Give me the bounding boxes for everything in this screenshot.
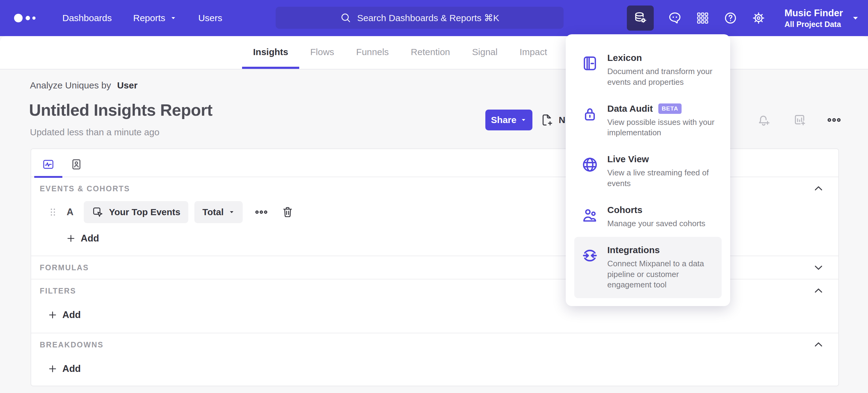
cohorts-people-icon [581, 205, 599, 229]
project-selector[interactable]: Music Finder All Project Data [784, 8, 860, 29]
nav-right-tools: Music Finder All Project Data [627, 0, 860, 36]
nav-item-reports[interactable]: Reports [131, 10, 179, 26]
chevron-down-icon [851, 13, 860, 23]
nav-item-label: Dashboards [62, 13, 112, 23]
add-label: Add [81, 233, 99, 244]
tab-funnels[interactable]: Funnels [345, 36, 400, 69]
chevron-up-icon [813, 183, 824, 194]
search-placeholder: Search Dashboards & Reports ⌘K [357, 12, 499, 23]
chevron-up-icon [813, 285, 824, 297]
row-more-options-icon[interactable] [254, 205, 268, 219]
share-label: Share [491, 115, 516, 125]
settings-gear-icon[interactable] [751, 11, 766, 25]
search-input[interactable]: Search Dashboards & Reports ⌘K [276, 7, 564, 29]
profile-card-icon [70, 158, 83, 171]
feedback-chat-icon[interactable] [668, 11, 682, 25]
tab-insights[interactable]: Insights [242, 36, 299, 69]
menu-item-title: Integrations [607, 245, 660, 255]
row-letter: A [67, 206, 73, 218]
tab-label: Signal [472, 47, 498, 57]
add-filter-button[interactable]: Add [48, 309, 81, 320]
tab-flows[interactable]: Flows [299, 36, 345, 69]
analyze-entity-selector[interactable]: User [117, 80, 137, 91]
cursor-click-icon [92, 206, 104, 218]
menu-item-text: Cohorts Manage your saved cohorts [607, 205, 718, 229]
collapse-section-button[interactable] [813, 339, 824, 350]
page-title[interactable]: Untitled Insights Report [29, 101, 212, 119]
section-label: EVENTS & COHORTS [40, 184, 130, 193]
menu-item-text: Live View View a live streaming feed of … [607, 154, 718, 189]
expand-section-button[interactable] [813, 262, 824, 273]
breakdowns-section: BREAKDOWNS Add [31, 333, 838, 387]
project-text: Music Finder All Project Data [784, 8, 843, 29]
caret-down-icon [169, 15, 177, 22]
menu-item-text: Lexicon Document and transform your even… [607, 53, 718, 87]
alert-bell-plus-icon[interactable] [757, 113, 771, 127]
plus-icon [48, 310, 58, 320]
report-tabs: Insights Flows Funnels Retention Signal … [242, 36, 558, 69]
apps-grid-icon[interactable] [696, 11, 709, 25]
tab-label: Flows [310, 47, 334, 57]
report-tabbar: Insights Flows Funnels Retention Signal … [0, 36, 868, 69]
tab-label: Retention [411, 47, 450, 57]
menu-item-description: Document and transform your events and p… [607, 66, 718, 87]
collapse-section-button[interactable] [813, 285, 824, 297]
menu-item-title: Lexicon [607, 53, 642, 63]
delete-row-icon[interactable] [281, 206, 294, 219]
section-label: BREAKDOWNS [40, 340, 103, 349]
aggregation-value: Total [202, 207, 223, 217]
project-name: Music Finder [784, 8, 843, 19]
data-management-icon[interactable] [627, 5, 654, 31]
document-plus-icon [540, 113, 554, 127]
section-label: FORMULAS [40, 263, 89, 272]
nav-item-dashboards[interactable]: Dashboards [61, 10, 114, 26]
add-breakdown-button[interactable]: Add [48, 363, 81, 374]
tab-label: Insights [253, 47, 288, 57]
menu-item-cohorts[interactable]: Cohorts Manage your saved cohorts [574, 197, 722, 237]
project-data-view: All Project Data [784, 20, 843, 29]
top-nav: Dashboards Reports Users Search Dashboar… [0, 0, 868, 36]
mixpanel-logo-icon[interactable] [13, 11, 43, 25]
tab-label: Funnels [356, 47, 389, 57]
menu-item-live-view[interactable]: Live View View a live streaming feed of … [574, 146, 722, 197]
share-button[interactable]: Share [485, 110, 532, 131]
drag-handle[interactable] [48, 207, 58, 217]
caret-down-icon [228, 209, 235, 215]
collapse-section-button[interactable] [813, 183, 824, 194]
tab-impact[interactable]: Impact [508, 36, 558, 69]
menu-item-text: Data Audit BETA View possible issues wit… [607, 104, 718, 138]
menu-item-description: Connect Mixpanel to a data pipeline or c… [607, 258, 718, 290]
menu-item-title: Cohorts [607, 205, 643, 215]
plus-icon [66, 233, 76, 243]
tab-signal[interactable]: Signal [461, 36, 508, 69]
analyze-label: Analyze Uniques by [30, 80, 111, 91]
integrations-sync-icon [581, 245, 599, 290]
add-to-board-icon[interactable] [793, 113, 807, 127]
chevron-down-icon [813, 262, 824, 273]
events-view-tab[interactable] [38, 155, 58, 174]
add-event-button[interactable]: Add [66, 233, 99, 244]
caret-down-icon [520, 117, 527, 123]
mixpanel-app: Dashboards Reports Users Search Dashboar… [0, 0, 868, 393]
nav-item-label: Reports [133, 13, 165, 23]
add-label: Add [62, 363, 81, 374]
chevron-up-icon [813, 339, 824, 350]
aggregation-selector-chip[interactable]: Total [194, 201, 242, 223]
profiles-view-tab[interactable] [67, 155, 86, 174]
menu-item-data-audit[interactable]: Data Audit BETA View possible issues wit… [574, 95, 722, 146]
nav-item-users[interactable]: Users [196, 10, 224, 26]
data-management-menu: Lexicon Document and transform your even… [566, 34, 730, 306]
menu-item-lexicon[interactable]: Lexicon Document and transform your even… [574, 45, 722, 95]
lexicon-book-icon [581, 53, 599, 87]
event-selector-chip[interactable]: Your Top Events [84, 201, 188, 223]
menu-item-title: Data Audit [607, 104, 653, 114]
more-options-icon[interactable] [827, 112, 842, 128]
analyze-line: Analyze Uniques by User [30, 80, 137, 91]
menu-item-integrations[interactable]: Integrations Connect Mixpanel to a data … [574, 237, 722, 298]
help-icon[interactable] [723, 11, 738, 25]
beta-badge: BETA [658, 104, 682, 114]
tab-retention[interactable]: Retention [400, 36, 461, 69]
tab-label: Impact [520, 47, 547, 57]
menu-item-text: Integrations Connect Mixpanel to a data … [607, 245, 718, 290]
add-label: Add [62, 309, 81, 320]
